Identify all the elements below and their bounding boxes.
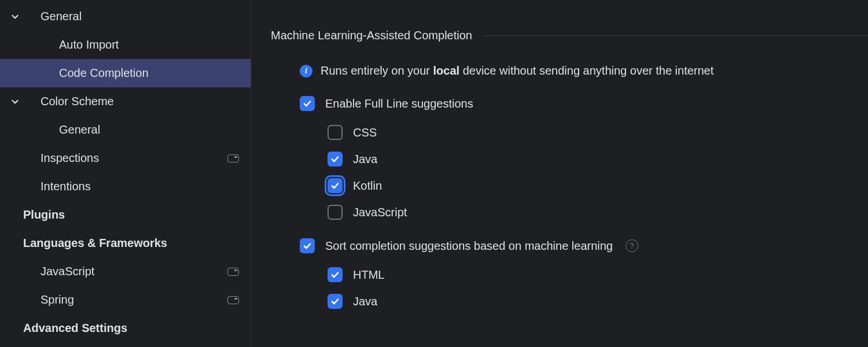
enable-full-line-checkbox[interactable]	[300, 96, 315, 111]
sidebar-item-label: Auto Import	[23, 38, 251, 51]
sort-ml-row[interactable]: Sort completion suggestions based on mac…	[271, 238, 868, 253]
chevron-down-icon	[7, 98, 23, 106]
info-row: i Runs entirely on your local device wit…	[271, 64, 868, 77]
sidebar-item-label: Advanced Settings	[23, 322, 251, 335]
sidebar-item-label: Spring	[23, 293, 227, 307]
langs-sort-label: Java	[353, 295, 377, 308]
extension-badge-icon	[227, 268, 239, 276]
sidebar-item-plugins[interactable]: Plugins	[0, 201, 251, 229]
info-prefix: Runs entirely on your	[321, 64, 433, 77]
info-bold: local	[433, 64, 460, 77]
langs-sort-checkbox-html[interactable]	[328, 267, 343, 282]
sidebar-item-code-completion[interactable]: Code Completion	[0, 59, 251, 87]
sidebar-item-label: Code Completion	[23, 67, 251, 80]
extension-badge-icon	[227, 296, 239, 304]
sidebar-item-intentions[interactable]: Intentions	[0, 172, 251, 201]
langs-sort-checkbox-java[interactable]	[328, 294, 343, 309]
enable-full-line-row[interactable]: Enable Full Line suggestions	[271, 96, 868, 111]
chevron-down-icon	[7, 13, 23, 21]
langs-sort-row-java[interactable]: Java	[271, 294, 868, 309]
langs-full-line-label: CSS	[353, 126, 377, 139]
langs-sort-label: HTML	[353, 268, 384, 282]
sidebar-item-label: Plugins	[23, 208, 251, 222]
langs-full-line-row-javascript[interactable]: JavaScript	[271, 205, 868, 220]
sidebar-item-general[interactable]: General	[0, 2, 251, 31]
sort-ml-checkbox[interactable]	[300, 238, 315, 253]
sidebar-item-inspections[interactable]: Inspections	[0, 144, 251, 172]
extension-badge-icon	[227, 154, 239, 163]
langs-full-line-label: Kotlin	[353, 179, 382, 193]
langs-sort-row-html[interactable]: HTML	[271, 267, 868, 282]
sidebar-item-label: Languages & Frameworks	[23, 237, 251, 250]
langs-full-line-checkbox-javascript[interactable]	[328, 205, 343, 220]
langs-full-line-label: Java	[353, 153, 377, 166]
sidebar-item-spring[interactable]: Spring	[0, 286, 251, 314]
info-icon: i	[300, 65, 312, 77]
sidebar-item-label: Intentions	[23, 180, 251, 193]
langs-full-line-row-java[interactable]: Java	[271, 152, 868, 167]
settings-sidebar: GeneralAuto ImportCode CompletionColor S…	[0, 0, 251, 347]
info-suffix: device without sending anything over the…	[459, 64, 713, 77]
sidebar-item-label: General	[23, 10, 251, 23]
sidebar-item-advanced-settings[interactable]: Advanced Settings	[0, 314, 251, 342]
langs-full-line-checkbox-kotlin[interactable]	[328, 178, 343, 193]
sidebar-item-javascript[interactable]: JavaScript	[0, 257, 251, 286]
sidebar-item-label: General	[23, 123, 251, 136]
sort-ml-label: Sort completion suggestions based on mac…	[325, 239, 613, 253]
langs-full-line-label: JavaScript	[353, 206, 407, 219]
sidebar-item-languages-frameworks[interactable]: Languages & Frameworks	[0, 229, 251, 257]
sidebar-item-color-scheme[interactable]: Color Scheme	[0, 87, 251, 116]
langs-full-line-row-css[interactable]: CSS	[271, 125, 868, 140]
sidebar-item-label: JavaScript	[23, 265, 227, 278]
section-header: Machine Learning-Assisted Completion	[271, 29, 868, 42]
langs-full-line-checkbox-css[interactable]	[328, 125, 343, 140]
sidebar-item-label: Inspections	[23, 152, 227, 165]
langs-full-line-checkbox-java[interactable]	[328, 152, 343, 167]
sidebar-item-auto-import[interactable]: Auto Import	[0, 31, 251, 59]
langs-full-line-row-kotlin[interactable]: Kotlin	[271, 178, 868, 193]
section-title: Machine Learning-Assisted Completion	[271, 29, 472, 42]
info-text: Runs entirely on your local device witho…	[321, 64, 713, 77]
sidebar-item-label: Color Scheme	[23, 95, 251, 108]
sidebar-item-general[interactable]: General	[0, 116, 251, 144]
settings-main-panel: Machine Learning-Assisted Completion i R…	[251, 0, 868, 347]
enable-full-line-label: Enable Full Line suggestions	[325, 97, 473, 110]
section-rule	[484, 35, 868, 36]
help-icon[interactable]: ?	[626, 239, 638, 252]
